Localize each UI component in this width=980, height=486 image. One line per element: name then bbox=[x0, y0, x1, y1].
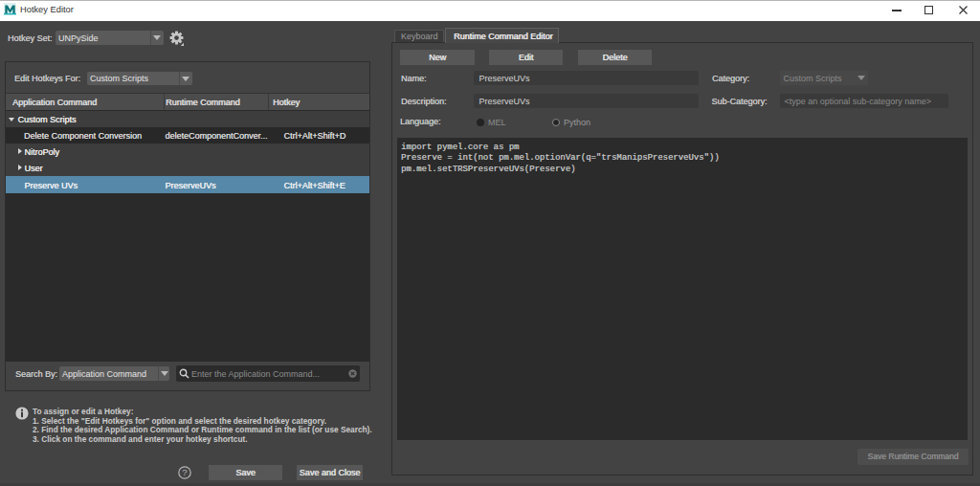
svg-text:?: ? bbox=[182, 467, 187, 477]
